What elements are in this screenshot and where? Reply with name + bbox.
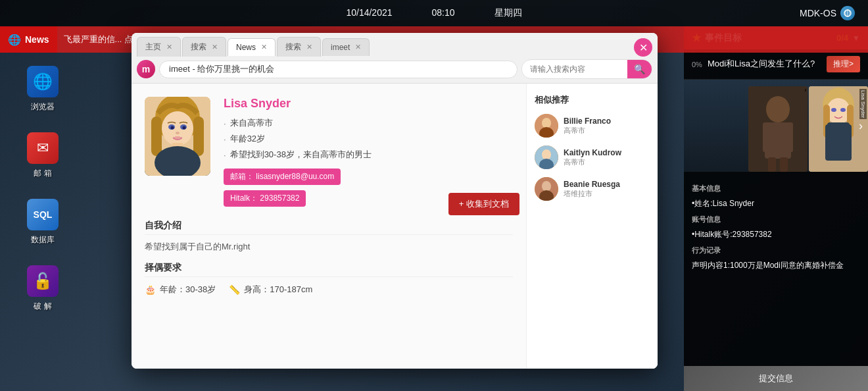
recommend-title: 相似推荐	[535, 94, 650, 106]
browser-close-button[interactable]: ✕	[634, 38, 652, 57]
char-area: ›	[684, 80, 868, 172]
profile-detail3: 希望找到30-38岁，来自高蒂市的男士	[224, 149, 513, 161]
recommend-avatar-1	[535, 145, 558, 169]
deduce-button[interactable]: 推理>	[827, 56, 860, 72]
tab-news-label: News	[236, 43, 256, 52]
recommend-info-1: Kaitlyn Kudrow 高蒂市	[564, 148, 650, 167]
svg-point-31	[173, 136, 182, 140]
svg-rect-22	[151, 117, 162, 156]
age-icon: 🎂	[145, 284, 156, 295]
crack-label: 破 解	[34, 301, 51, 312]
profile-info: Lisa Snyder 来自高蒂市 年龄32岁 希望找到30-38岁，来自高蒂市…	[224, 97, 513, 207]
recommend-location-1: 高蒂市	[564, 157, 650, 167]
tab-search1-label: 搜索	[191, 41, 206, 53]
recommend-avatar-2	[535, 177, 558, 201]
svg-point-4	[766, 96, 790, 122]
profile-header: Lisa Snyder 来自高蒂市 年龄32岁 希望找到30-38岁，来自高蒂市…	[145, 97, 513, 207]
profile-left: Lisa Snyder 来自高蒂市 年龄32岁 希望找到30-38岁，来自高蒂市…	[132, 84, 526, 369]
svg-rect-6	[763, 122, 771, 152]
tab-search2[interactable]: 搜索 ✕	[277, 37, 321, 57]
tab-search1[interactable]: 搜索 ✕	[182, 37, 226, 57]
partner-req-title: 择偶要求	[145, 262, 513, 277]
db-icon: SQL	[27, 199, 59, 230]
desktop: NGOOUT 10/14/2021 08:10 星期四 MDK-OS	[0, 0, 868, 391]
info-panel: 基本信息 •姓名:Lisa Snyder 账号信息 •Hitalk账号:2938…	[684, 172, 868, 366]
profile-email-box: 邮箱： lisasnyder88@uu.com	[224, 169, 341, 185]
tab-home[interactable]: 主页 ✕	[137, 37, 181, 57]
char1-label	[805, 89, 806, 91]
browser-label: 浏览器	[31, 101, 55, 113]
profile-requirements: 🎂 年龄：30-38岁 📏 身高：170-187cm	[145, 284, 513, 296]
self-intro-text: 希望找到属于自己的Mr.right	[145, 240, 513, 254]
profile-content: Lisa Snyder 来自高蒂市 年龄32岁 希望找到30-38岁，来自高蒂市…	[132, 84, 658, 369]
svg-rect-7	[785, 122, 793, 152]
recommend-item-0[interactable]: Billie Franco 高蒂市	[535, 114, 650, 138]
db-icon-btn[interactable]: SQL 数据库	[20, 199, 66, 246]
char-arrow-icon[interactable]: ›	[859, 119, 863, 133]
search-bar-container: 🔍	[521, 59, 652, 79]
svg-rect-23	[193, 117, 204, 156]
char-cards: Lisa Snyder	[748, 80, 868, 172]
profile-hitalk: 293857382	[260, 194, 299, 203]
recommend-item-1[interactable]: Kaitlyn Kudrow 高蒂市	[535, 145, 650, 169]
profile-detail2: 年龄32岁	[224, 133, 513, 145]
mail-icon-btn[interactable]: ✉ 邮 箱	[20, 132, 66, 179]
svg-point-28	[171, 126, 174, 130]
browser-tabs: 主页 ✕ 搜索 ✕ News ✕ 搜索 ✕ imeet ✕	[132, 33, 658, 57]
recommend-name-1: Kaitlyn Kudrow	[564, 148, 650, 157]
submit-button[interactable]: 提交信息	[684, 366, 868, 391]
search-button[interactable]: 🔍	[627, 60, 652, 78]
height-icon: 📏	[229, 284, 240, 295]
crack-icon-btn[interactable]: 🔓 破 解	[20, 265, 66, 312]
basic-info-title: 基本信息	[692, 184, 860, 194]
mdk-os-label: MDK-OS	[800, 6, 855, 20]
browser-logo: m	[137, 60, 155, 78]
browser-window: ✕ 主页 ✕ 搜索 ✕ News ✕ 搜索 ✕	[132, 33, 658, 369]
name-row: •姓名:Lisa Snyder	[692, 197, 860, 209]
tab-search1-close[interactable]: ✕	[212, 43, 218, 51]
browser-icon-btn[interactable]: 🌐 浏览器	[20, 66, 66, 113]
behavior-row: 声明内容1:1000万是Modi同意的离婚补偿金	[692, 259, 860, 271]
mail-icon: ✉	[27, 132, 59, 164]
svg-point-39	[542, 181, 551, 192]
svg-point-16	[840, 108, 846, 112]
topbar-day: 星期四	[494, 7, 522, 19]
svg-rect-18	[827, 122, 850, 136]
svg-point-29	[183, 126, 186, 130]
profile-detail1: 来自高蒂市	[224, 117, 513, 129]
collect-button[interactable]: + 收集到文档	[448, 193, 519, 215]
search-input[interactable]	[522, 61, 627, 77]
char2-label: Lisa Snyder	[859, 89, 867, 119]
browser-chrome: 主页 ✕ 搜索 ✕ News ✕ 搜索 ✕ imeet ✕	[132, 33, 658, 84]
svg-rect-8	[768, 157, 776, 172]
browser-addressbar: m 🔍	[132, 57, 658, 83]
svg-rect-9	[780, 157, 788, 172]
tab-news[interactable]: News ✕	[228, 38, 276, 56]
recommend-item-2[interactable]: Beanie Ruesga 塔维拉市	[535, 177, 650, 201]
tab-home-close[interactable]: ✕	[166, 43, 172, 51]
svg-point-33	[542, 118, 551, 128]
height-req: 📏 身高：170-187cm	[229, 284, 312, 296]
tab-imeet-close[interactable]: ✕	[355, 43, 361, 51]
address-bar[interactable]	[159, 61, 518, 78]
tab-imeet-label: imeet	[331, 43, 350, 52]
right-panel: ★ 事件目标 0/4 ▼ 0% Modi和Lisa之间发生了什么? 推理> ›	[684, 26, 868, 391]
recommend-name-2: Beanie Ruesga	[564, 180, 650, 189]
hitalk-row: •Hitalk账号:293857382	[692, 228, 860, 240]
topbar-date: 10/14/2021	[346, 7, 392, 19]
profile-hitalk-box: Hitalk： 293857382	[224, 190, 306, 207]
event-question: 0% Modi和Lisa之间发生了什么? 推理>	[684, 49, 868, 80]
recommend-location-0: 高蒂市	[564, 126, 650, 136]
recommend-location-2: 塔维拉市	[564, 189, 650, 199]
topbar-time: 08:10	[432, 7, 455, 19]
tab-news-close[interactable]: ✕	[261, 43, 267, 51]
tab-search2-close[interactable]: ✕	[306, 43, 312, 51]
svg-point-21	[162, 111, 193, 145]
recommend-info-0: Billie Franco 高蒂市	[564, 117, 650, 136]
svg-point-15	[831, 108, 836, 112]
svg-point-30	[176, 132, 180, 134]
char-card-1[interactable]	[748, 86, 808, 172]
tab-home-label: 主页	[145, 41, 161, 53]
tab-imeet[interactable]: imeet ✕	[322, 38, 370, 56]
age-req: 🎂 年龄：30-38岁	[145, 284, 216, 296]
